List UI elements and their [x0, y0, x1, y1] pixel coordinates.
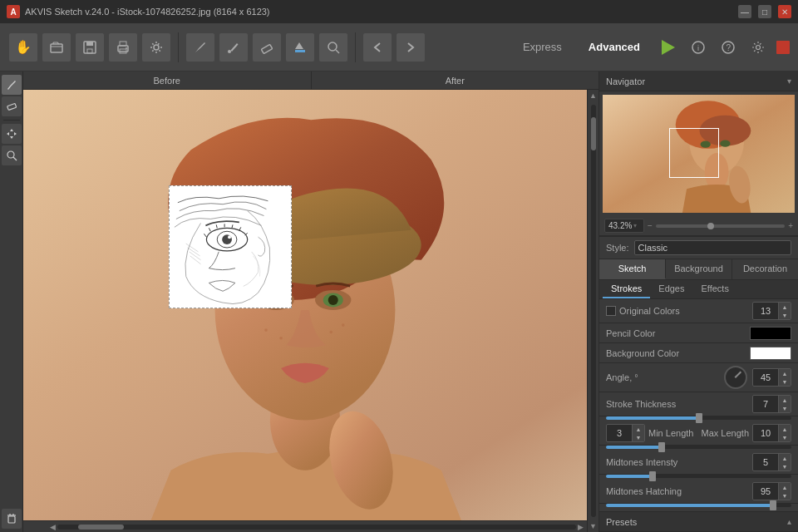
brush2-button[interactable] [219, 32, 249, 62]
minimize-button[interactable]: — [738, 5, 751, 18]
move-tool-button[interactable] [2, 124, 22, 144]
scroll-up-arrow[interactable]: ▲ [588, 90, 598, 101]
svg-rect-22 [8, 516, 15, 523]
maximize-button[interactable]: □ [758, 5, 771, 18]
stroke-thickness-slider[interactable] [606, 416, 791, 420]
svg-point-66 [720, 140, 730, 147]
save-file-button[interactable] [75, 32, 105, 62]
navigator-collapse-icon[interactable]: ▾ [787, 76, 791, 86]
eraser-tool-button[interactable] [2, 96, 22, 116]
trash-tool-button[interactable] [2, 509, 22, 529]
midtones-hatching-slider[interactable] [606, 504, 791, 507]
background-color-swatch[interactable] [750, 347, 791, 360]
app-icon: A [7, 5, 20, 18]
tab-sketch[interactable]: Sketch [599, 259, 666, 279]
original-colors-up[interactable]: ▲ [779, 303, 791, 311]
scroll-left-arrow[interactable]: ◀ [50, 523, 56, 531]
max-length-down[interactable]: ▼ [779, 433, 791, 441]
v-scroll-track[interactable] [588, 101, 598, 520]
express-mode-button[interactable]: Express [513, 37, 572, 57]
brush-tool-button[interactable] [2, 75, 22, 95]
zoom-dropdown-arrow[interactable]: ▾ [633, 222, 637, 229]
length-slider[interactable] [606, 446, 791, 449]
h-scrollbar[interactable]: ◀ ▶ [47, 521, 587, 532]
left-toolbar [0, 71, 23, 532]
midtones-intensity-spinbox[interactable]: 5 ▲ ▼ [752, 453, 791, 471]
zoom-in-icon[interactable]: + [788, 221, 793, 230]
stroke-thickness-thumb[interactable] [696, 413, 702, 423]
angle-dial[interactable] [724, 366, 747, 389]
angle-down[interactable]: ▼ [779, 377, 791, 386]
pencil-color-swatch[interactable] [750, 327, 791, 340]
h-scroll-thumb[interactable] [78, 525, 124, 530]
min-length-up[interactable]: ▲ [633, 425, 644, 433]
advanced-mode-button[interactable]: Advanced [579, 37, 650, 57]
zoom-display[interactable]: 43.2% ▾ [604, 219, 644, 233]
original-colors-down[interactable]: ▼ [779, 311, 791, 319]
h-scroll-track[interactable] [57, 525, 576, 530]
main-tabs: Sketch Background Decoration [599, 259, 798, 280]
fill-button[interactable] [285, 32, 315, 62]
before-tab[interactable]: Before [23, 73, 311, 88]
help-button[interactable]: ? [717, 36, 740, 59]
navigator-header[interactable]: Navigator ▾ [599, 71, 798, 91]
scroll-right-arrow[interactable]: ▶ [578, 523, 584, 531]
canvas-wrapper[interactable] [23, 90, 587, 520]
record-button[interactable] [776, 41, 790, 54]
min-length-label: Min Length [648, 428, 693, 438]
brush1-button[interactable] [185, 32, 215, 62]
tab-decoration[interactable]: Decoration [732, 259, 798, 279]
midtones-hatching-up[interactable]: ▲ [779, 483, 791, 491]
midtones-intensity-fill [606, 475, 653, 478]
stroke-thickness-up[interactable]: ▲ [779, 396, 791, 404]
midtones-hatching-thumb[interactable] [770, 500, 776, 510]
scroll-down-arrow[interactable]: ▼ [588, 520, 598, 532]
midtones-intensity-thumb[interactable] [649, 471, 656, 481]
gear-button[interactable] [746, 36, 770, 59]
presets-collapse-icon[interactable]: ▴ [787, 517, 791, 526]
eraser-button[interactable] [252, 32, 282, 62]
midtones-hatching-down[interactable]: ▼ [779, 491, 791, 500]
length-thumb[interactable] [658, 442, 665, 452]
midtones-intensity-slider[interactable] [606, 475, 791, 478]
back-button[interactable] [362, 32, 392, 62]
midtones-intensity-up[interactable]: ▲ [779, 454, 791, 462]
zoom-out-icon[interactable]: − [648, 221, 653, 230]
stroke-thickness-fill [606, 416, 699, 420]
navigator-thumbnail[interactable] [603, 95, 795, 213]
midtones-intensity-down[interactable]: ▼ [779, 462, 791, 470]
v-scrollbar[interactable]: ▲ ▼ [587, 90, 598, 532]
min-length-spinbox[interactable]: 3 ▲ ▼ [606, 424, 645, 442]
zoom-tool-button[interactable] [2, 145, 22, 165]
tab-background[interactable]: Background [666, 259, 732, 279]
angle-spinbox[interactable]: 45 ▲ ▼ [752, 368, 791, 387]
angle-up[interactable]: ▲ [779, 369, 791, 377]
info-button[interactable]: i [687, 36, 710, 59]
midtones-hatching-spinbox[interactable]: 95 ▲ ▼ [752, 482, 791, 500]
subtab-strokes[interactable]: Strokes [603, 280, 650, 298]
canvas-image[interactable] [23, 90, 587, 520]
original-colors-checkbox[interactable] [606, 306, 616, 316]
zoom-slider-thumb[interactable] [707, 223, 714, 229]
style-select[interactable]: Classic [634, 240, 791, 255]
stroke-thickness-down[interactable]: ▼ [779, 404, 791, 412]
zoom-slider[interactable] [656, 224, 785, 228]
forward-button[interactable] [396, 32, 426, 62]
min-length-down[interactable]: ▼ [633, 433, 644, 441]
stroke-thickness-spinbox[interactable]: 7 ▲ ▼ [752, 395, 791, 413]
max-length-spinbox[interactable]: 10 ▲ ▼ [752, 424, 791, 442]
subtab-effects[interactable]: Effects [693, 280, 737, 298]
v-scroll-thumb[interactable] [591, 117, 596, 150]
run-button[interactable] [657, 36, 680, 59]
presets-header[interactable]: Presets ▴ [599, 512, 798, 532]
open-file-button[interactable] [42, 32, 71, 62]
hand-tool-button[interactable]: ✋ [8, 32, 38, 62]
after-tab[interactable]: After [312, 73, 599, 88]
max-length-up[interactable]: ▲ [779, 425, 791, 433]
original-colors-spinbox[interactable]: 13 ▲ ▼ [752, 302, 791, 320]
zoom-plugin-button[interactable] [318, 32, 348, 62]
print-button[interactable] [108, 32, 138, 62]
settings1-button[interactable] [141, 32, 171, 62]
close-button[interactable]: ✕ [778, 5, 791, 18]
subtab-edges[interactable]: Edges [650, 280, 692, 298]
